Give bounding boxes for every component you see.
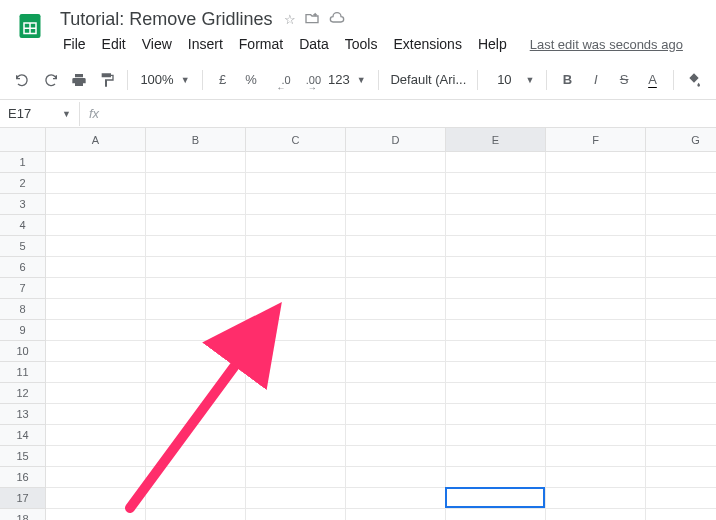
cell[interactable]	[46, 446, 146, 467]
cell[interactable]	[546, 425, 646, 446]
cloud-status-icon[interactable]	[328, 10, 346, 29]
menu-format[interactable]: Format	[232, 33, 290, 55]
undo-button[interactable]	[10, 67, 34, 93]
document-title[interactable]: Tutorial: Remove Gridlines	[56, 7, 276, 32]
cell[interactable]	[346, 383, 446, 404]
cell[interactable]	[46, 194, 146, 215]
cell[interactable]	[46, 152, 146, 173]
cell[interactable]	[646, 194, 716, 215]
zoom-select[interactable]: 100%▼	[136, 67, 193, 93]
cell[interactable]	[46, 488, 146, 509]
font-size-select[interactable]: 10▼	[486, 67, 538, 93]
cell[interactable]	[446, 362, 546, 383]
column-header[interactable]: D	[346, 128, 446, 152]
cell[interactable]	[146, 467, 246, 488]
cell[interactable]	[46, 425, 146, 446]
row-header[interactable]: 15	[0, 446, 46, 467]
bold-button[interactable]: B	[555, 67, 579, 93]
cell[interactable]	[346, 236, 446, 257]
cell[interactable]	[46, 215, 146, 236]
cell[interactable]	[146, 446, 246, 467]
cell[interactable]	[446, 278, 546, 299]
text-color-button[interactable]: A	[640, 67, 664, 93]
cell[interactable]	[346, 173, 446, 194]
redo-button[interactable]	[38, 67, 62, 93]
cell[interactable]	[546, 257, 646, 278]
last-edit-link[interactable]: Last edit was seconds ago	[530, 37, 683, 52]
cell[interactable]	[446, 236, 546, 257]
print-button[interactable]	[67, 67, 91, 93]
cell[interactable]	[446, 341, 546, 362]
row-header[interactable]: 4	[0, 215, 46, 236]
cell[interactable]	[646, 362, 716, 383]
cell[interactable]	[646, 425, 716, 446]
cell[interactable]	[346, 215, 446, 236]
menu-data[interactable]: Data	[292, 33, 336, 55]
select-all-corner[interactable]	[0, 128, 46, 152]
cell[interactable]	[646, 467, 716, 488]
row-header[interactable]: 7	[0, 278, 46, 299]
cell[interactable]	[546, 404, 646, 425]
cell[interactable]	[46, 362, 146, 383]
cell[interactable]	[146, 299, 246, 320]
cell[interactable]	[446, 383, 546, 404]
cell[interactable]	[346, 446, 446, 467]
cell[interactable]	[446, 299, 546, 320]
cell[interactable]	[246, 215, 346, 236]
percent-button[interactable]: %	[239, 67, 263, 93]
cell[interactable]	[646, 404, 716, 425]
column-header[interactable]: C	[246, 128, 346, 152]
font-select[interactable]: Default (Ari...▼	[386, 67, 469, 93]
row-header[interactable]: 16	[0, 467, 46, 488]
cell[interactable]	[146, 236, 246, 257]
cell[interactable]	[646, 215, 716, 236]
row-header[interactable]: 11	[0, 362, 46, 383]
cell[interactable]	[246, 152, 346, 173]
currency-button[interactable]: £	[210, 67, 234, 93]
cell[interactable]	[346, 194, 446, 215]
cell[interactable]	[246, 341, 346, 362]
cell[interactable]	[346, 152, 446, 173]
cell[interactable]	[546, 488, 646, 509]
cell[interactable]	[46, 404, 146, 425]
cell[interactable]	[346, 425, 446, 446]
cell[interactable]	[546, 194, 646, 215]
cell[interactable]	[46, 467, 146, 488]
menu-extensions[interactable]: Extensions	[386, 33, 468, 55]
spreadsheet-grid[interactable]: ABCDEFG 123456789101112131415161718	[0, 128, 716, 512]
cell[interactable]	[146, 509, 246, 520]
cell[interactable]	[146, 404, 246, 425]
cell[interactable]	[546, 341, 646, 362]
cell[interactable]	[346, 320, 446, 341]
cell[interactable]	[546, 215, 646, 236]
cell[interactable]	[146, 341, 246, 362]
cell[interactable]	[546, 278, 646, 299]
cell[interactable]	[646, 383, 716, 404]
menu-tools[interactable]: Tools	[338, 33, 385, 55]
cell[interactable]	[246, 446, 346, 467]
cell[interactable]	[46, 341, 146, 362]
cell[interactable]	[546, 509, 646, 520]
cell[interactable]	[446, 173, 546, 194]
cell[interactable]	[646, 173, 716, 194]
cell[interactable]	[146, 257, 246, 278]
cell[interactable]	[546, 320, 646, 341]
cell[interactable]	[246, 509, 346, 520]
cell[interactable]	[146, 152, 246, 173]
cell[interactable]	[446, 467, 546, 488]
cell[interactable]	[646, 299, 716, 320]
cell[interactable]	[346, 488, 446, 509]
cell[interactable]	[46, 383, 146, 404]
cell[interactable]	[346, 341, 446, 362]
column-header[interactable]: E	[446, 128, 546, 152]
decrease-decimal-button[interactable]: .0←	[267, 67, 291, 93]
cell[interactable]	[246, 425, 346, 446]
cell[interactable]	[446, 194, 546, 215]
cell[interactable]	[546, 236, 646, 257]
cell[interactable]	[546, 362, 646, 383]
cell[interactable]	[446, 446, 546, 467]
cell[interactable]	[246, 236, 346, 257]
cell[interactable]	[646, 236, 716, 257]
cell[interactable]	[646, 320, 716, 341]
menu-help[interactable]: Help	[471, 33, 514, 55]
